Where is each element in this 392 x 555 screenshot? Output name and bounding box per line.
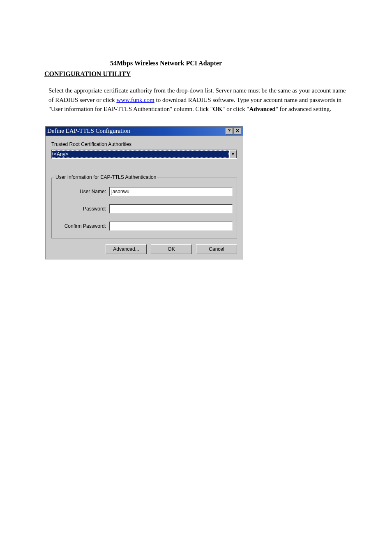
- advanced-button[interactable]: Advanced...: [106, 244, 147, 254]
- username-input[interactable]: [109, 187, 233, 196]
- close-icon[interactable]: ✕: [234, 128, 241, 134]
- username-label: User Name:: [56, 189, 109, 194]
- intro-text-4: " for advanced setting.: [276, 106, 331, 112]
- ok-button[interactable]: OK: [151, 244, 192, 254]
- fieldset-legend: User Information for EAP-TTLS Authentica…: [54, 174, 157, 180]
- confirm-password-input[interactable]: [109, 222, 233, 231]
- help-icon[interactable]: ?: [226, 128, 233, 134]
- advanced-inline: Advanced: [249, 106, 275, 112]
- ok-inline: OK: [213, 106, 222, 112]
- password-label: Password:: [56, 206, 109, 212]
- dialog-titlebar: Define EAP-TTLS Configuration ? ✕: [46, 127, 243, 136]
- eap-ttls-dialog: Define EAP-TTLS Configuration ? ✕ Truste…: [45, 126, 243, 259]
- password-input[interactable]: [109, 204, 233, 213]
- intro-text-3: " or click ": [222, 106, 249, 112]
- authorities-dropdown[interactable]: <Any> ▼: [51, 150, 237, 159]
- doc-header: 54Mbps Wireless Network PCI Adapter: [110, 60, 367, 67]
- chevron-down-icon[interactable]: ▼: [229, 150, 237, 158]
- doc-subheader: CONFIGURATION UTILITY: [44, 70, 367, 78]
- user-info-fieldset: User Information for EAP-TTLS Authentica…: [51, 178, 237, 238]
- cancel-button[interactable]: Cancel: [196, 244, 237, 254]
- doc-paragraph: Select the appropriate certificate autho…: [48, 86, 351, 114]
- confirm-password-label: Confirm Password:: [56, 223, 109, 229]
- dialog-title: Define EAP-TTLS Configuration: [47, 127, 130, 134]
- funk-link[interactable]: www.funk.com: [116, 97, 154, 103]
- authorities-label: Trusted Root Certification Authorities: [51, 141, 237, 147]
- dropdown-selected-value: <Any>: [52, 150, 229, 158]
